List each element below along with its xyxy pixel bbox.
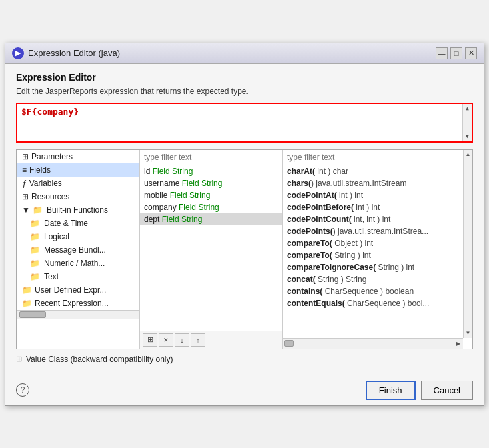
dialog-subtitle: Edit the JasperReports expression that r…: [16, 87, 473, 96]
left-hscroll-thumb[interactable]: [19, 311, 46, 318]
list-item[interactable]: contains( CharSequence ) boolean: [283, 285, 462, 297]
fields-icon: ≡: [22, 165, 27, 175]
finish-button[interactable]: Finish: [366, 381, 416, 400]
toolbar-btn-4[interactable]: ↑: [191, 333, 205, 347]
expand-icon[interactable]: ⊞: [16, 355, 22, 363]
right-hscroll-thumb[interactable]: [284, 340, 294, 347]
field-name: company: [144, 203, 179, 212]
numeric-label: Numeric / Math...: [44, 259, 105, 268]
method-name: charAt(: [287, 167, 315, 176]
logical-label: Logical: [44, 232, 69, 241]
scroll-down-arrow[interactable]: ▼: [463, 132, 472, 141]
list-item[interactable]: contentEquals( CharSequence ) bool...: [283, 297, 462, 309]
cancel-button[interactable]: Cancel: [421, 381, 473, 400]
dialog-title: Expression Editor: [16, 72, 473, 83]
footer-left: ?: [16, 381, 360, 400]
method-name: compareTo(: [287, 239, 332, 248]
minimize-button[interactable]: —: [436, 47, 448, 59]
field-name: mobile: [144, 191, 170, 200]
expression-editor-dialog: ▶ Expression Editor (java) — □ ✕ Express…: [5, 43, 484, 406]
method-name: chars(: [287, 179, 311, 188]
list-item[interactable]: codePointBefore( int ) int: [283, 201, 462, 213]
fields-label: Fields: [29, 165, 51, 175]
close-button[interactable]: ✕: [465, 47, 477, 59]
expression-area[interactable]: $F{company} ▲ ▼: [16, 103, 473, 143]
parameters-label: Parameters: [31, 152, 73, 161]
sidebar-item-text[interactable]: 📁 Text: [17, 270, 139, 283]
method-sig: ) java.util.stream.IntStream: [311, 179, 406, 188]
messagebundle-label: Message Bundl...: [44, 245, 106, 255]
method-sig: int ) char: [315, 167, 348, 176]
variables-label: Variables: [29, 179, 62, 188]
sidebar-item-fields[interactable]: ≡ Fields: [17, 163, 139, 177]
datetime-label: Date & Time: [44, 219, 88, 228]
method-sig: String ) int: [332, 251, 371, 260]
dialog-footer: ? Finish Cancel: [5, 375, 484, 405]
help-button[interactable]: ?: [16, 383, 29, 397]
maximize-button[interactable]: □: [450, 47, 462, 59]
list-item[interactable]: mobile Field String: [140, 189, 282, 201]
list-item[interactable]: codePoints() java.util.stream.IntStrea..…: [283, 225, 462, 237]
list-item[interactable]: codePointCount( int, int ) int: [283, 213, 462, 225]
sidebar-item-resources[interactable]: ⊞ Resources: [17, 190, 139, 203]
method-name: codePoints(: [287, 227, 333, 236]
bottom-row: ⊞ Value Class (backward compatibility on…: [16, 349, 473, 367]
list-item[interactable]: chars() java.util.stream.IntStream: [283, 177, 462, 189]
method-sig: String ) String: [316, 275, 367, 284]
title-bar: ▶ Expression Editor (java) — □ ✕: [5, 43, 484, 64]
method-sig: ) java.util.stream.IntStrea...: [333, 227, 428, 236]
vscroll-down[interactable]: ▼: [464, 329, 473, 338]
list-item[interactable]: compareTo( Object ) int: [283, 237, 462, 249]
middle-filter-input[interactable]: [140, 150, 282, 165]
method-sig: CharSequence ) bool...: [345, 299, 430, 308]
scroll-up-arrow[interactable]: ▲: [463, 104, 472, 113]
field-name: id: [144, 167, 153, 176]
sidebar-item-messagebundle[interactable]: 📁 Message Bundl...: [17, 243, 139, 257]
title-bar-left: ▶ Expression Editor (java): [12, 47, 120, 59]
sidebar-item-variables[interactable]: ƒ Variables: [17, 177, 139, 190]
toolbar-btn-3[interactable]: ↓: [175, 333, 189, 347]
method-sig: int ) int: [354, 203, 380, 212]
method-name: compareToIgnoreCase(: [287, 263, 376, 272]
vscroll-up[interactable]: ▲: [464, 150, 473, 159]
sidebar-item-builtin[interactable]: ▼ 📁 Built-in Functions: [17, 203, 139, 217]
sidebar-item-logical[interactable]: 📁 Logical: [17, 230, 139, 243]
hscroll-right[interactable]: ▶: [454, 339, 463, 348]
userdefined-icon: 📁: [22, 285, 32, 295]
list-item[interactable]: username Field String: [140, 177, 282, 189]
list-item[interactable]: id Field String: [140, 165, 282, 177]
right-filter-input[interactable]: [283, 150, 472, 165]
middle-panel-toolbar: ⊞ ✕ ↓ ↑: [140, 331, 282, 349]
list-item[interactable]: concat( String ) String: [283, 273, 462, 285]
variables-icon: ƒ: [22, 179, 27, 188]
sidebar-item-numeric[interactable]: 📁 Numeric / Math...: [17, 257, 139, 270]
right-panel: charAt( int ) char chars() java.util.str…: [283, 150, 472, 349]
field-type: Field String: [162, 215, 203, 224]
list-item[interactable]: compareTo( String ) int: [283, 249, 462, 261]
left-panel: ⊞ Parameters ≡ Fields ƒ Variables ⊞ Reso…: [17, 150, 140, 349]
middle-panel: id Field String username Field String mo…: [140, 150, 283, 349]
window-title: Expression Editor (java): [28, 48, 120, 58]
left-panel-hscrollbar: [17, 310, 139, 319]
list-item[interactable]: compareToIgnoreCase( String ) int: [283, 261, 462, 273]
sidebar-item-recentexpr[interactable]: 📁 Recent Expression...: [17, 297, 139, 310]
method-name: concat(: [287, 275, 316, 284]
field-type: Field String: [182, 179, 223, 188]
toolbar-btn-1[interactable]: ⊞: [143, 333, 157, 347]
left-panel-list: ⊞ Parameters ≡ Fields ƒ Variables ⊞ Reso…: [17, 150, 139, 310]
sidebar-item-parameters[interactable]: ⊞ Parameters: [17, 150, 139, 163]
list-item[interactable]: company Field String: [140, 201, 282, 213]
sidebar-item-userdefined[interactable]: 📁 User Defined Expr...: [17, 283, 139, 297]
toolbar-btn-2[interactable]: ✕: [159, 333, 173, 347]
method-name: compareTo(: [287, 251, 332, 260]
method-name: contentEquals(: [287, 299, 345, 308]
sidebar-item-datetime[interactable]: 📁 Date & Time: [17, 217, 139, 230]
list-item[interactable]: codePointAt( int ) int: [283, 189, 462, 201]
field-type: Field String: [170, 191, 211, 200]
field-name: username: [144, 179, 182, 188]
builtin-label: Built-in Functions: [47, 205, 108, 215]
list-item[interactable]: charAt( int ) char: [283, 165, 462, 177]
list-item-selected[interactable]: dept Field String: [140, 213, 282, 225]
resources-icon: ⊞: [22, 192, 29, 201]
method-sig: String ) int: [376, 263, 414, 272]
